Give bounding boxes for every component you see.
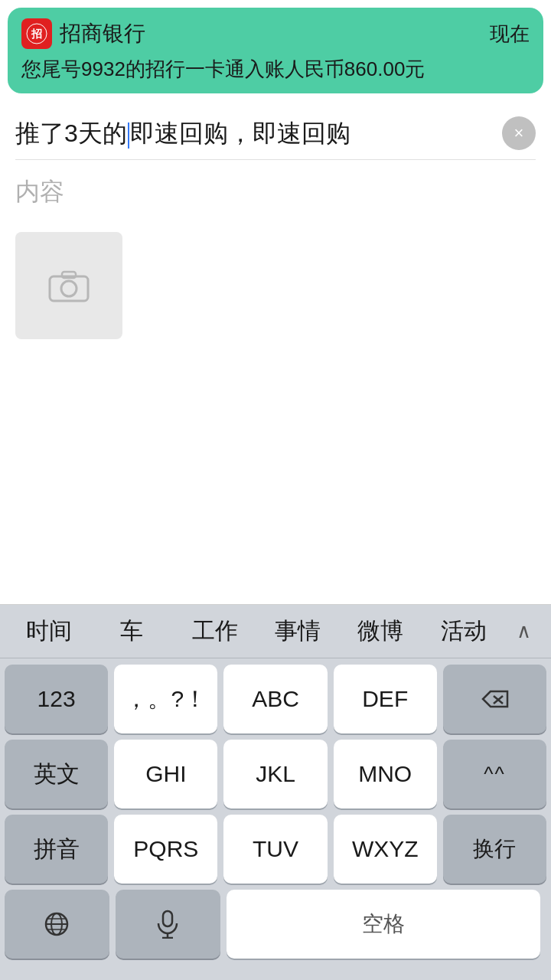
suggestion-item-1[interactable]: 车 bbox=[90, 609, 173, 653]
suggestions-row: 时间 车 工作 事情 微博 活动 ∧ bbox=[0, 605, 551, 658]
key-english[interactable]: 英文 bbox=[5, 740, 108, 808]
keyboard-area: 时间 车 工作 事情 微博 活动 ∧ 123 ，。?！ ABC DEF 英文 G bbox=[0, 605, 551, 980]
key-row-4: 空格 bbox=[5, 890, 546, 959]
suggestion-item-5[interactable]: 活动 bbox=[422, 609, 505, 653]
image-placeholder[interactable] bbox=[15, 232, 122, 339]
text-input-line[interactable]: 推了3天的即速回购，即速回购 × bbox=[15, 107, 536, 160]
key-pqrs[interactable]: PQRS bbox=[114, 815, 217, 884]
key-row-3: 拼音 PQRS TUV WXYZ 换行 bbox=[5, 815, 546, 884]
cmb-logo-icon: 招 bbox=[21, 18, 52, 49]
camera-icon bbox=[48, 269, 90, 302]
caps-key[interactable]: ^^ bbox=[443, 740, 546, 808]
svg-rect-12 bbox=[163, 911, 172, 926]
notification-banner[interactable]: 招 招商银行 现在 您尾号9932的招行一卡通入账人民币860.00元 bbox=[8, 8, 543, 93]
space-key[interactable]: 空格 bbox=[227, 890, 540, 959]
suggestion-item-2[interactable]: 工作 bbox=[174, 609, 256, 653]
key-wxyz[interactable]: WXYZ bbox=[334, 815, 437, 884]
suggestion-item-3[interactable]: 事情 bbox=[256, 609, 339, 653]
text-before-cursor: 推了3天的 bbox=[15, 119, 127, 147]
svg-point-3 bbox=[61, 281, 77, 296]
key-123[interactable]: 123 bbox=[5, 665, 108, 733]
svg-text:招: 招 bbox=[31, 28, 42, 40]
notification-time: 现在 bbox=[490, 21, 530, 47]
text-after-cursor: 即速回购，即速回购 bbox=[130, 119, 350, 147]
notification-bank-name: 招商银行 bbox=[60, 19, 145, 48]
text-cursor bbox=[128, 122, 129, 149]
suggestion-item-0[interactable]: 时间 bbox=[8, 609, 90, 653]
key-pinyin[interactable]: 拼音 bbox=[5, 815, 108, 884]
enter-key[interactable]: 换行 bbox=[443, 815, 546, 884]
key-ghi[interactable]: GHI bbox=[114, 740, 217, 808]
notification-brand: 招 招商银行 bbox=[21, 18, 145, 49]
suggestion-expand-button[interactable]: ∧ bbox=[505, 619, 543, 643]
notification-header: 招 招商银行 现在 bbox=[21, 18, 530, 49]
svg-rect-4 bbox=[62, 272, 76, 278]
content-placeholder[interactable]: 内容 bbox=[15, 160, 536, 224]
keys-area: 123 ，。?！ ABC DEF 英文 GHI JKL MNO ^^ bbox=[0, 658, 551, 959]
key-jkl[interactable]: JKL bbox=[223, 740, 327, 808]
main-content-area: 推了3天的即速回购，即速回购 × 内容 bbox=[0, 100, 551, 605]
key-tuv[interactable]: TUV bbox=[223, 815, 327, 884]
key-def[interactable]: DEF bbox=[334, 665, 437, 733]
notification-message: 您尾号9932的招行一卡通入账人民币860.00元 bbox=[21, 55, 530, 83]
mic-key[interactable] bbox=[116, 890, 220, 959]
key-row-2: 英文 GHI JKL MNO ^^ bbox=[5, 740, 546, 808]
text-input-content[interactable]: 推了3天的即速回购，即速回购 bbox=[15, 115, 502, 152]
key-punctuation[interactable]: ，。?！ bbox=[114, 665, 217, 733]
suggestion-item-4[interactable]: 微博 bbox=[339, 609, 422, 653]
globe-key[interactable] bbox=[5, 890, 109, 959]
key-abc[interactable]: ABC bbox=[223, 665, 327, 733]
key-row-1: 123 ，。?！ ABC DEF bbox=[5, 665, 546, 733]
close-button[interactable]: × bbox=[502, 116, 536, 150]
backspace-key[interactable] bbox=[443, 665, 546, 733]
key-mno[interactable]: MNO bbox=[334, 740, 437, 808]
